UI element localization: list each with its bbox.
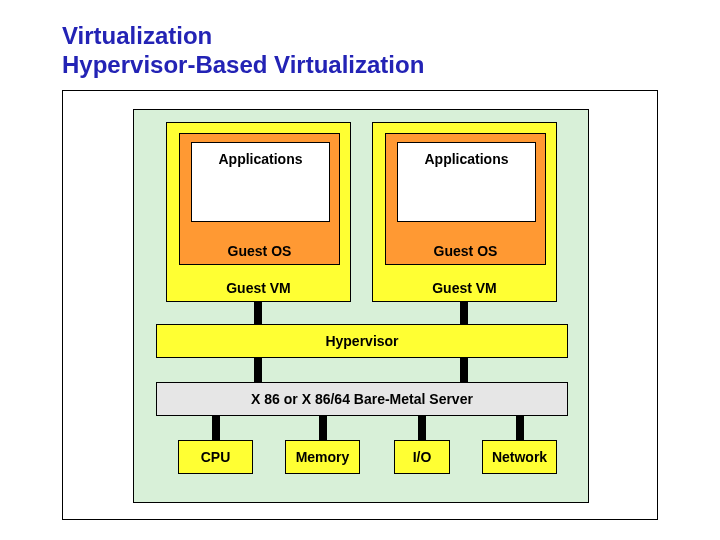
guest-os-label: Guest OS — [386, 243, 545, 259]
network-label: Network — [492, 449, 547, 465]
slide-title: Virtualization Hypervisor-Based Virtuali… — [62, 22, 720, 80]
diagram-frame: Applications Guest OS Guest VM Applicati… — [62, 90, 658, 520]
hypervisor-label: Hypervisor — [325, 333, 398, 349]
applications-label: Applications — [424, 151, 508, 167]
io-label: I/O — [413, 449, 432, 465]
bare-metal-server-box: X 86 or X 86/64 Bare-Metal Server — [156, 382, 568, 416]
guest-os-box-right: Applications Guest OS — [385, 133, 546, 265]
cpu-box: CPU — [178, 440, 253, 474]
connector — [319, 416, 327, 440]
connector — [418, 416, 426, 440]
io-box: I/O — [394, 440, 450, 474]
guest-os-box-left: Applications Guest OS — [179, 133, 340, 265]
connector — [460, 302, 468, 324]
network-box: Network — [482, 440, 557, 474]
guest-vm-box-right: Applications Guest OS Guest VM — [372, 122, 557, 302]
applications-box-left: Applications — [191, 142, 330, 222]
applications-label: Applications — [218, 151, 302, 167]
memory-label: Memory — [296, 449, 350, 465]
title-line-1: Virtualization — [62, 22, 212, 49]
server-label: X 86 or X 86/64 Bare-Metal Server — [251, 391, 473, 407]
applications-box-right: Applications — [397, 142, 536, 222]
diagram-background: Applications Guest OS Guest VM Applicati… — [133, 109, 589, 503]
guest-vm-label: Guest VM — [167, 280, 350, 296]
connector — [254, 358, 262, 382]
connector — [254, 302, 262, 324]
memory-box: Memory — [285, 440, 360, 474]
guest-vm-box-left: Applications Guest OS Guest VM — [166, 122, 351, 302]
title-line-2: Hypervisor-Based Virtualization — [62, 51, 424, 78]
connector — [212, 416, 220, 440]
cpu-label: CPU — [201, 449, 231, 465]
connector — [460, 358, 468, 382]
guest-os-label: Guest OS — [180, 243, 339, 259]
guest-vm-label: Guest VM — [373, 280, 556, 296]
connector — [516, 416, 524, 440]
hypervisor-box: Hypervisor — [156, 324, 568, 358]
